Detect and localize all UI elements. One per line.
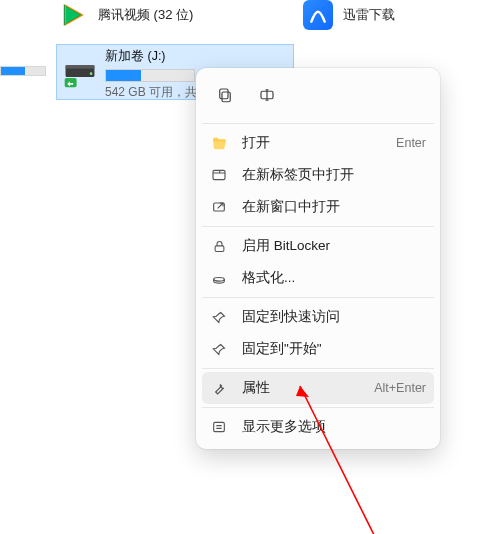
desktop-item-tencent[interactable]: 腾讯视频 (32 位) [58, 0, 193, 30]
menu-item-open-window[interactable]: 在新窗口中打开 [202, 191, 434, 223]
menu-item-open-tab[interactable]: 在新标签页中打开 [202, 159, 434, 191]
menu-item-more-options[interactable]: 显示更多选项 [202, 411, 434, 443]
menu-item-pin-quick[interactable]: 固定到快速访问 [202, 301, 434, 333]
xunlei-icon [303, 0, 333, 30]
open-window-icon [210, 198, 228, 216]
copy-icon [216, 86, 234, 107]
menu-item-label: 固定到"开始" [242, 340, 426, 358]
svg-rect-1 [66, 65, 95, 68]
svg-rect-4 [222, 92, 230, 102]
drive-icon [57, 45, 103, 99]
menu-item-label: 在新标签页中打开 [242, 166, 426, 184]
tencent-video-icon [58, 0, 88, 30]
menu-item-label: 启用 BitLocker [242, 237, 426, 255]
menu-item-label: 打开 [242, 134, 382, 152]
wrench-icon [210, 379, 228, 397]
drive-name: 新加卷 (J:) [105, 48, 287, 65]
menu-item-label: 显示更多选项 [242, 418, 426, 436]
format-icon [210, 269, 228, 287]
desktop-item-label: 迅雷下载 [343, 6, 395, 24]
menu-item-label: 属性 [242, 379, 360, 397]
copy-button[interactable] [204, 78, 246, 114]
svg-rect-7 [213, 170, 225, 179]
pin-icon [210, 308, 228, 326]
menu-item-shortcut: Enter [396, 136, 426, 150]
desktop-item-xunlei[interactable]: 迅雷下载 [303, 0, 395, 30]
menu-item-label: 固定到快速访问 [242, 308, 426, 326]
desktop-item-label: 腾讯视频 (32 位) [98, 6, 193, 24]
rename-icon [258, 86, 276, 107]
partial-progress-bar [0, 66, 46, 76]
context-menu: 打开 Enter 在新标签页中打开 在新窗口中打开 启用 BitLocker 格… [196, 68, 440, 449]
rename-button[interactable] [246, 78, 288, 114]
menu-item-bitlocker[interactable]: 启用 BitLocker [202, 230, 434, 262]
svg-point-2 [90, 72, 93, 75]
open-tab-icon [210, 166, 228, 184]
pin-icon [210, 340, 228, 358]
menu-item-label: 在新窗口中打开 [242, 198, 426, 216]
menu-item-shortcut: Alt+Enter [374, 381, 426, 395]
svg-rect-3 [65, 78, 77, 87]
lock-icon [210, 237, 228, 255]
menu-item-open[interactable]: 打开 Enter [202, 127, 434, 159]
svg-rect-9 [215, 245, 224, 251]
drive-usage-bar [105, 69, 195, 82]
menu-item-label: 格式化... [242, 269, 426, 287]
more-options-icon [210, 418, 228, 436]
menu-item-pin-start[interactable]: 固定到"开始" [202, 333, 434, 365]
menu-item-format[interactable]: 格式化... [202, 262, 434, 294]
menu-item-properties[interactable]: 属性 Alt+Enter [202, 372, 434, 404]
svg-rect-5 [220, 89, 228, 99]
folder-open-icon [210, 134, 228, 152]
svg-rect-10 [214, 422, 225, 431]
